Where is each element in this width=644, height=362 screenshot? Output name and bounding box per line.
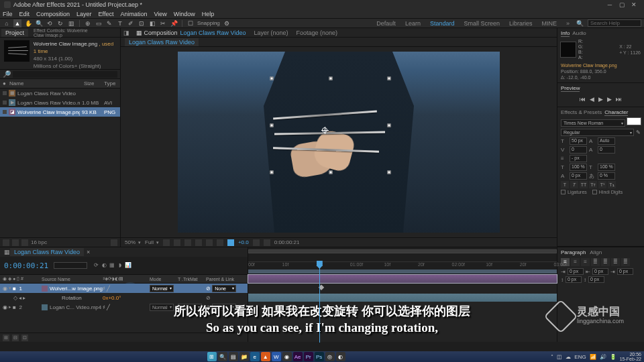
stroke-width[interactable]: - px xyxy=(570,155,587,162)
font-weight-dropdown[interactable]: Regular xyxy=(561,129,634,136)
orbit-tool[interactable]: ⟲ xyxy=(46,19,54,27)
justify-all[interactable]: ≣ xyxy=(621,258,630,266)
timeline-tab[interactable]: Logan Claws Raw Video xyxy=(10,248,84,256)
zoom-tool[interactable]: 🔍 xyxy=(35,19,43,27)
project-search-input[interactable] xyxy=(13,71,117,78)
rotate-tool[interactable]: ↻ xyxy=(56,19,64,27)
eraser-tool[interactable]: ◧ xyxy=(148,19,156,27)
anchor-point[interactable] xyxy=(322,127,327,133)
next-frame-button[interactable]: ▶ xyxy=(607,96,612,103)
vscale[interactable]: 100 % xyxy=(570,164,587,171)
col-name[interactable]: Name xyxy=(9,80,84,86)
menu-view[interactable]: View xyxy=(154,11,166,17)
all-caps[interactable]: TT xyxy=(580,181,588,188)
project-item[interactable]: ▶ Logan Claws Raw Video.mp4 1.0 MB AVI xyxy=(0,98,120,107)
chrome-icon[interactable]: ◉ xyxy=(282,352,292,361)
search-help-input[interactable]: Search Help xyxy=(588,19,641,27)
word-icon[interactable]: W xyxy=(272,352,281,361)
close-button[interactable]: ✕ xyxy=(628,1,640,8)
space-after[interactable]: 0 px xyxy=(588,276,604,283)
show-snapshot[interactable] xyxy=(264,239,270,246)
search-taskbar[interactable]: 🔍 xyxy=(218,352,227,361)
font-family-dropdown[interactable]: Times New Roman xyxy=(561,119,625,127)
graph-editor-toggle[interactable]: 📊 xyxy=(125,262,131,269)
col-type[interactable]: Type xyxy=(104,80,117,86)
menu-edit[interactable]: Edit xyxy=(19,11,30,17)
clock[interactable]: 20:5615-Feb-22 xyxy=(620,352,641,361)
justify-center[interactable]: ≣ xyxy=(601,258,610,266)
ws-learn[interactable]: Learn xyxy=(402,20,423,27)
time-navigator[interactable] xyxy=(248,249,557,253)
zoom-dropdown[interactable]: 50% xyxy=(125,239,141,245)
ws-default[interactable]: Default xyxy=(374,20,398,27)
app-icon[interactable]: ◐ xyxy=(336,352,345,361)
ws-libraries[interactable]: Libraries xyxy=(506,20,535,27)
baseline[interactable]: 0 px xyxy=(570,172,587,180)
last-frame-button[interactable]: ⏭ xyxy=(616,96,622,103)
layer-row[interactable]: ◉ ▾ ■ 1 Wolveri...w Image.png ♯ ╱ Normal… xyxy=(0,284,248,293)
home-tool[interactable]: ⌂ xyxy=(3,19,11,27)
tsume[interactable]: 0 % xyxy=(598,172,615,180)
channel-toggle[interactable] xyxy=(217,239,223,246)
roi-toggle[interactable] xyxy=(184,239,191,246)
grid-toggle[interactable] xyxy=(195,239,202,246)
guides-toggle[interactable] xyxy=(206,239,213,246)
language-indicator[interactable]: ENG xyxy=(574,354,586,360)
edge-icon[interactable]: e xyxy=(250,352,260,361)
menu-file[interactable]: File xyxy=(3,11,13,17)
parent-dropdown[interactable]: None xyxy=(212,304,236,311)
comp-breadcrumb[interactable]: Logan Claws Raw Video xyxy=(125,38,199,46)
toggle-columns[interactable]: ⊡ xyxy=(21,335,28,341)
app-icon[interactable]: ◎ xyxy=(325,352,335,361)
snap-toggle[interactable]: ☐ xyxy=(186,19,195,27)
start-button[interactable]: ⊞ xyxy=(207,352,217,361)
parent-dropdown[interactable]: None xyxy=(212,285,236,292)
composition-tab[interactable]: ▦ CompositionLogan Claws Raw Video xyxy=(132,29,250,37)
prev-frame-button[interactable]: ◀ xyxy=(590,96,594,103)
composition-viewer[interactable] xyxy=(121,47,557,237)
new-folder-button[interactable] xyxy=(12,239,19,246)
menu-help[interactable]: Help xyxy=(202,11,215,17)
pen-tool[interactable]: ✎ xyxy=(105,19,113,27)
menu-layer[interactable]: Layer xyxy=(76,11,92,17)
subscript[interactable]: T₁ xyxy=(608,181,616,188)
timeline-search[interactable] xyxy=(54,262,87,269)
audio-tab[interactable]: Audio xyxy=(572,30,586,37)
task-view[interactable]: ▤ xyxy=(229,352,238,361)
resolution-dropdown[interactable]: Full xyxy=(145,239,159,245)
first-frame-button[interactable]: ⏮ xyxy=(580,96,586,103)
tray-chevron[interactable]: ˄ xyxy=(551,354,553,360)
blend-mode-dropdown[interactable]: Normal xyxy=(150,304,174,311)
faux-italic[interactable]: T xyxy=(570,181,578,188)
rotation-value[interactable]: 0x+0.0° xyxy=(103,295,121,301)
character-tab[interactable]: Character xyxy=(604,109,628,116)
exposure-icon[interactable] xyxy=(227,239,234,246)
work-area[interactable] xyxy=(248,269,557,274)
delete-button[interactable] xyxy=(111,239,117,246)
stamp-tool[interactable]: ⊡ xyxy=(138,19,146,27)
indent-left[interactable]: 0 px xyxy=(568,268,584,275)
puppet-tool[interactable]: 📌 xyxy=(170,19,178,27)
layer-track[interactable] xyxy=(248,274,557,284)
project-tab[interactable]: Project xyxy=(1,29,28,37)
current-timecode[interactable]: 0:00:00:21 xyxy=(4,261,48,270)
superscript[interactable]: T¹ xyxy=(598,181,606,188)
layer-row[interactable]: ◉ ▸ ■ 2 Logan C... Video.mp4 ♯ ╱ Normal … xyxy=(0,302,248,312)
maximize-button[interactable]: ▢ xyxy=(616,1,628,8)
toggle-switches[interactable]: ⊞ xyxy=(3,335,9,341)
hscale[interactable]: 100 % xyxy=(598,164,615,171)
snap-option[interactable]: ⚙ xyxy=(223,19,231,27)
timeline-close[interactable]: × xyxy=(87,249,90,255)
photoshop-taskbar[interactable]: Ps xyxy=(315,352,324,361)
justify-right[interactable]: ≣ xyxy=(611,258,620,266)
ligatures-check[interactable]: Ligatures xyxy=(561,190,587,194)
hindi-check[interactable]: Hindi Digits xyxy=(592,190,623,194)
indent-right[interactable]: 0 px xyxy=(592,268,608,275)
frameblend-toggle[interactable]: ▦ xyxy=(109,262,115,269)
align-right[interactable]: ≡ xyxy=(581,258,590,266)
twirl-icon[interactable]: ▸ xyxy=(9,304,11,310)
preview-tab[interactable]: Preview xyxy=(561,85,580,92)
draft3d-toggle[interactable]: ◐ xyxy=(101,262,107,269)
property-row[interactable]: ◇ ◂ ▸ Rotation 0x+0.0° ⊘ xyxy=(0,293,248,302)
align-tab[interactable]: Align xyxy=(590,249,602,255)
